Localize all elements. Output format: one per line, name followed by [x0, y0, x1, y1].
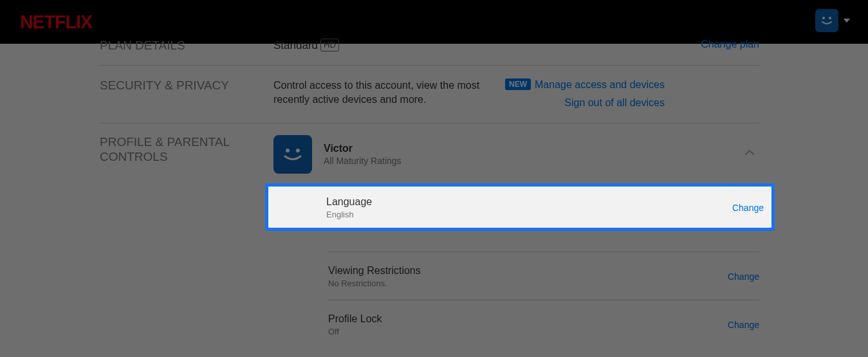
highlighted-language-row: Language English Change	[265, 183, 775, 231]
change-link[interactable]: Change	[732, 203, 764, 213]
dim-overlay	[0, 0, 868, 357]
row-value: English	[326, 210, 732, 219]
row-title: Language	[326, 196, 732, 208]
